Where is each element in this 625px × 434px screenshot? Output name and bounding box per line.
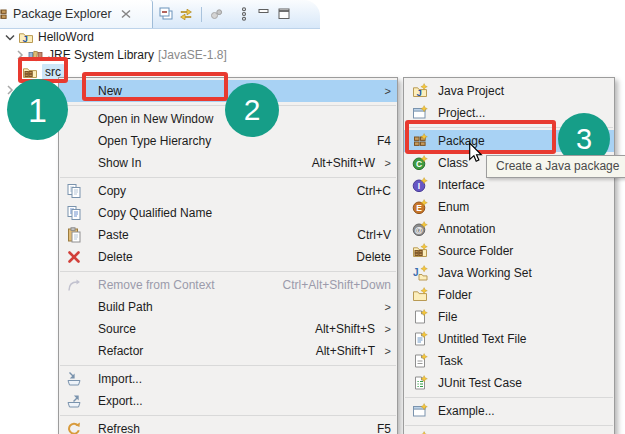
tooltip-text: Create a Java package — [496, 159, 619, 173]
menu-item-source[interactable]: SourceAlt+Shift+S> — [59, 318, 397, 340]
submenu-arrow-icon: > — [381, 301, 391, 313]
source-folder-wizard-icon — [412, 243, 428, 259]
example-wizard-icon — [412, 403, 428, 419]
submenu-item-item[interactable] — [404, 428, 614, 434]
menu-item-label: Copy Qualified Name — [98, 206, 212, 220]
menu-item-label: Refactor — [98, 344, 143, 358]
submenu-arrow-icon: > — [381, 345, 391, 357]
menu-item-label: Enum — [438, 200, 469, 214]
submenu-item-example[interactable]: Example... — [404, 400, 614, 422]
menu-item-export[interactable]: Export... — [59, 390, 397, 412]
menu-item-delete[interactable]: DeleteDelete — [59, 246, 397, 268]
menu-item-label: Open Type Hierarchy — [98, 134, 211, 148]
menu-item-label: Folder — [438, 288, 472, 302]
java-project-icon: J — [18, 29, 34, 45]
chevron-expanded-icon[interactable] — [2, 29, 18, 45]
copy-qualified-icon — [66, 205, 82, 221]
tree-item-suffix: [JavaSE-1.8] — [158, 48, 227, 62]
export-icon — [66, 393, 82, 409]
menu-item-label: Show In — [98, 156, 141, 170]
menu-item-label: Refresh — [98, 422, 140, 434]
file-wizard-icon — [412, 309, 428, 325]
menu-item-label: Java Working Set — [438, 266, 532, 280]
submenu-item-file[interactable]: File — [404, 306, 614, 328]
mouse-cursor — [468, 142, 483, 164]
menu-item-label: Import... — [98, 372, 142, 386]
task-wizard-icon — [412, 353, 428, 369]
menu-item-label: Project... — [438, 106, 485, 120]
menu-item-label: Paste — [98, 228, 129, 242]
submenu-item-folder[interactable]: Folder — [404, 284, 614, 306]
svg-text:@: @ — [415, 225, 423, 235]
menu-item-label: Copy — [98, 184, 126, 198]
menu-item-label: Task — [438, 354, 463, 368]
tooltip: Create a Java package — [486, 155, 625, 178]
enum-wizard-icon: E — [412, 199, 428, 215]
tree-item-helloword[interactable]: JHelloWord — [0, 28, 94, 46]
import-icon — [66, 371, 82, 387]
submenu-item-source-folder[interactable]: Source Folder — [404, 240, 614, 262]
link-with-editor-button[interactable] — [176, 4, 196, 24]
icon-spacer — [66, 321, 82, 337]
menu-item-label: JUnit Test Case — [438, 376, 522, 390]
maximize-button[interactable] — [274, 4, 294, 24]
working-set-wizard-icon: J — [412, 265, 428, 281]
submenu-item-task[interactable]: Task — [404, 350, 614, 372]
menu-item-shortcut: F5 — [363, 422, 391, 434]
menu-item-show-in[interactable]: Show InAlt+Shift+W> — [59, 152, 397, 174]
tab-package-explorer[interactable]: Package Explorer — [0, 0, 153, 28]
menu-item-open-type-hierarchy[interactable]: Open Type HierarchyF4 — [59, 130, 397, 152]
menu-item-copy[interactable]: CopyCtrl+C — [59, 180, 397, 202]
menu-item-import[interactable]: Import... — [59, 368, 397, 390]
view-header: Package Explorer — [0, 0, 320, 29]
paste-icon — [66, 227, 82, 243]
collapse-all-icon — [158, 6, 174, 22]
icon-spacer — [66, 83, 82, 99]
submenu-item-junit-test-case[interactable]: JUnit Test Case — [404, 372, 614, 394]
submenu-item-java-project[interactable]: JJava Project — [404, 80, 614, 102]
focus-on-active-task-button[interactable] — [207, 4, 227, 24]
callout-box-new — [82, 72, 228, 101]
svg-text:J: J — [23, 33, 28, 44]
menu-item-refresh[interactable]: RefreshF5 — [59, 418, 397, 434]
maximize-icon — [276, 6, 292, 22]
icon-spacer — [66, 299, 82, 315]
submenu-item-enum[interactable]: EEnum — [404, 196, 614, 218]
project-wizard-icon — [412, 105, 428, 121]
minimize-button[interactable] — [254, 4, 274, 24]
tab-label: Package Explorer — [13, 7, 112, 21]
close-icon[interactable] — [118, 6, 134, 22]
view-menu-button[interactable] — [234, 4, 254, 24]
menu-item-shortcut: Alt+Shift+S — [301, 322, 375, 336]
svg-text:C: C — [416, 159, 422, 169]
menu-item-label: Interface — [438, 178, 485, 192]
view-menu-icon — [236, 6, 252, 22]
menu-item-shortcut: Alt+Shift+T — [302, 344, 375, 358]
submenu-item-java-working-set[interactable]: JJava Working Set — [404, 262, 614, 284]
menu-item-build-path[interactable]: Build Path> — [59, 296, 397, 318]
package-explorer-icon — [0, 6, 9, 22]
menu-item-refactor[interactable]: RefactorAlt+Shift+T> — [59, 340, 397, 362]
menu-item-label: Build Path — [98, 300, 153, 314]
menu-item-remove-from-context[interactable]: Remove from ContextCtrl+Alt+Shift+Down — [59, 274, 397, 296]
menu-item-label: Export... — [98, 394, 143, 408]
focus-on-active-task-icon — [209, 6, 225, 22]
view-toolbar — [156, 4, 294, 24]
svg-text:E: E — [416, 203, 422, 213]
delete-icon — [66, 249, 82, 265]
menu-item-label: File — [438, 310, 457, 324]
menu-item-paste[interactable]: PasteCtrl+V — [59, 224, 397, 246]
collapse-all-button[interactable] — [156, 4, 176, 24]
submenu-item-annotation[interactable]: @Annotation — [404, 218, 614, 240]
refresh-icon — [66, 421, 82, 434]
menu-item-shortcut: Ctrl+V — [343, 228, 391, 242]
step-circle-2: 2 — [225, 83, 279, 137]
menu-item-copy-qualified-name[interactable]: Copy Qualified Name — [59, 202, 397, 224]
menu-item-shortcut: Ctrl+Alt+Shift+Down — [269, 278, 391, 292]
folder-wizard-icon — [412, 287, 428, 303]
submenu-arrow-icon: > — [381, 85, 391, 97]
menu-item-label: Example... — [438, 404, 495, 418]
submenu-item-untitled-text-file[interactable]: Untitled Text File — [404, 328, 614, 350]
menu-item-label: Source Folder — [438, 244, 513, 258]
annotation-wizard-icon: @ — [412, 221, 428, 237]
